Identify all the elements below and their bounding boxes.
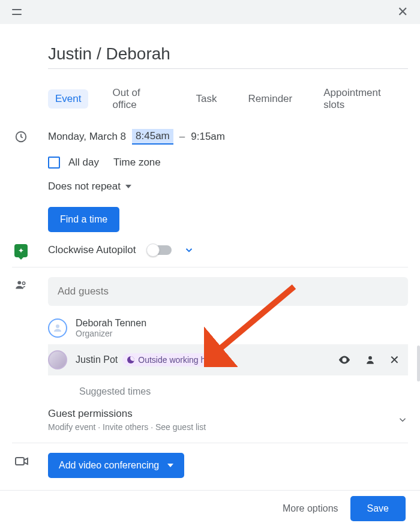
tab-event[interactable]: Event	[48, 89, 88, 109]
drag-handle-icon[interactable]	[12, 9, 22, 15]
dialog-header: ✕	[0, 0, 420, 24]
eye-icon[interactable]	[338, 353, 351, 366]
chevron-down-icon[interactable]	[184, 245, 194, 256]
guest-name: Justin Pot	[76, 354, 118, 365]
video-button-label: Add video conferencing	[59, 460, 159, 471]
event-date[interactable]: Monday, March 8	[48, 131, 126, 143]
badge-text: Outside working hours	[138, 355, 221, 365]
repeat-label: Does not repeat	[48, 181, 121, 193]
divider	[12, 443, 408, 443]
all-day-label: All day	[68, 157, 99, 169]
clockwise-toggle[interactable]	[148, 245, 172, 255]
tab-task[interactable]: Task	[189, 89, 224, 109]
caret-down-icon	[167, 464, 173, 467]
guest-row[interactable]: Justin Pot Outside working hours ✕	[48, 344, 408, 375]
close-icon[interactable]: ✕	[397, 4, 408, 20]
permissions-title: Guest permissions	[48, 408, 206, 420]
start-time-input[interactable]: 8:45am	[132, 129, 173, 145]
guest-name: Deborah Tennen	[76, 318, 402, 329]
all-day-checkbox[interactable]	[48, 157, 60, 169]
event-type-tabs: Event Out of office Task Reminder Appoin…	[48, 83, 408, 115]
avatar	[48, 350, 67, 369]
tab-reminder[interactable]: Reminder	[241, 89, 300, 109]
dialog-footer: More options Save	[0, 490, 420, 526]
repeat-dropdown[interactable]: Does not repeat	[48, 181, 408, 193]
tab-out-of-office[interactable]: Out of office	[105, 83, 172, 115]
guest-row-organizer: Deborah Tennen Organizer	[48, 312, 408, 344]
more-options-button[interactable]: More options	[283, 503, 338, 514]
svg-point-2	[22, 282, 25, 284]
person-icon[interactable]	[364, 354, 376, 366]
svg-point-3	[56, 324, 59, 328]
add-video-button[interactable]: Add video conferencing	[48, 453, 184, 478]
find-time-button[interactable]: Find a time	[48, 207, 119, 232]
scrollbar[interactable]	[417, 345, 420, 381]
clockwise-icon: ✦	[14, 244, 28, 257]
outside-hours-badge: Outside working hours	[122, 353, 229, 366]
svg-point-5	[368, 356, 372, 360]
video-icon	[14, 454, 29, 468]
svg-point-1	[17, 281, 21, 284]
moon-icon	[127, 356, 134, 363]
timezone-button[interactable]: Time zone	[113, 157, 161, 169]
clockwise-label: Clockwise Autopilot	[48, 244, 136, 256]
avatar	[48, 318, 67, 338]
add-guests-input[interactable]	[48, 277, 408, 306]
svg-point-4	[343, 359, 346, 361]
guest-permissions-row[interactable]: Guest permissions Modify event · Invite …	[48, 408, 408, 432]
divider	[12, 267, 408, 267]
svg-rect-6	[16, 458, 24, 465]
event-title-input[interactable]	[48, 42, 408, 69]
chevron-down-icon[interactable]	[397, 414, 408, 425]
tab-appointment-slots[interactable]: Appointment slots	[316, 83, 408, 115]
remove-guest-icon[interactable]: ✕	[389, 353, 400, 367]
save-button[interactable]: Save	[350, 496, 406, 521]
people-icon	[14, 278, 28, 291]
guest-role: Organizer	[76, 329, 402, 338]
suggested-times-button[interactable]: Suggested times	[79, 386, 408, 397]
end-time-input[interactable]: 9:15am	[191, 131, 225, 143]
clock-icon	[14, 130, 28, 143]
time-dash: –	[179, 131, 185, 143]
permissions-subtitle: Modify event · Invite others · See guest…	[48, 422, 206, 432]
caret-down-icon	[125, 185, 131, 188]
